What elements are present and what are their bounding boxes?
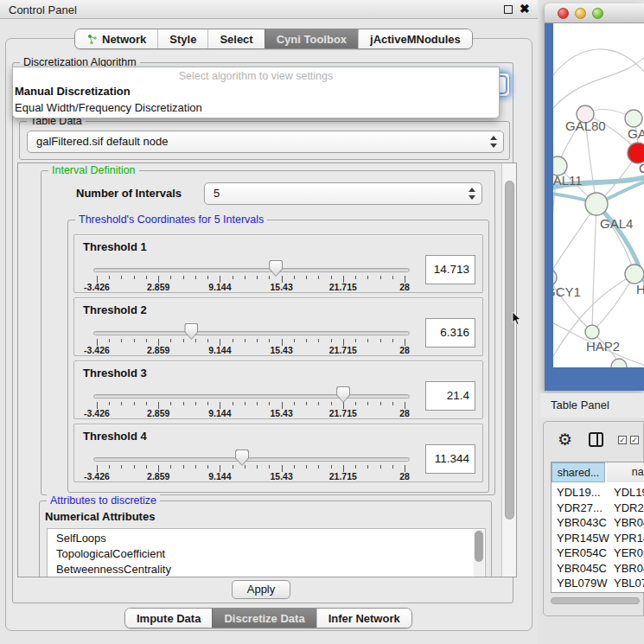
number-of-intervals-label: Number of Intervals (76, 187, 182, 200)
tab-impute-data[interactable]: Impute Data (125, 609, 212, 628)
number-of-intervals-value: 5 (214, 187, 220, 200)
tab-infer-network[interactable]: Infer Network (316, 609, 411, 628)
threshold-value-field[interactable]: 11.344 (425, 444, 475, 474)
settings-vertical-scrollbar[interactable] (501, 163, 516, 577)
tick-mark (121, 339, 122, 342)
table-cell[interactable]: YER054C (557, 546, 607, 559)
table-cell[interactable]: YBR04 (614, 562, 644, 575)
attributes-list-scrollbar[interactable] (474, 530, 484, 577)
threshold-slider-track[interactable] (93, 457, 410, 462)
threshold-slider-track[interactable] (93, 331, 410, 335)
numerical-attributes-list[interactable]: SelfLoopsTopologicalCoefficientBetweenne… (47, 528, 486, 577)
attributes-list-scrollbar-thumb[interactable] (475, 531, 483, 562)
threshold-slider-thumb[interactable] (336, 386, 350, 403)
network-node-gcy1[interactable] (553, 269, 557, 286)
table-cell[interactable]: YDL19... (557, 486, 601, 499)
threshold-slider-track[interactable] (93, 394, 410, 399)
tick-label: -3.426 (84, 471, 110, 481)
tick-mark (392, 402, 393, 405)
table-cell[interactable]: YPR145W (557, 532, 609, 545)
table-cell[interactable]: YBR045C (557, 562, 607, 575)
attribute-list-item[interactable]: SelfLoops (56, 532, 106, 545)
node-attribute-table[interactable]: shared...nameYDL19...YDL19YDR27...YDR27Y… (551, 462, 644, 593)
table-cell[interactable]: YBR04 (614, 516, 644, 529)
checkbox-icon[interactable]: ✓ (618, 436, 627, 444)
table-cell[interactable]: YLR34 (614, 592, 644, 594)
threshold-slider-thumb[interactable] (235, 450, 249, 466)
node-label: HAP2 (586, 339, 620, 354)
table-cell[interactable]: YDL19 (614, 486, 644, 499)
network-node-hap2[interactable] (585, 325, 599, 339)
group-title-interval-definition: Interval Definition (48, 164, 139, 176)
tab-select[interactable]: Select (207, 29, 264, 48)
tick-label: 9.144 (208, 408, 231, 418)
network-edge[interactable] (592, 204, 596, 332)
tick-mark (233, 276, 233, 279)
tick-mark (380, 402, 381, 405)
network-node[interactable] (611, 359, 627, 367)
tick-mark (331, 402, 332, 405)
table-data-combobox[interactable]: galFiltered.sif default node (27, 131, 504, 153)
number-of-intervals-combobox[interactable]: 5 (204, 182, 482, 205)
network-edge[interactable] (592, 274, 634, 332)
close-icon[interactable]: ✖ (520, 2, 530, 16)
tab-jactivemnodules[interactable]: jActiveMNodules (358, 29, 472, 48)
tab-discretize-data[interactable]: Discretize Data (212, 609, 316, 628)
tick-mark (109, 465, 110, 469)
table-cell[interactable]: YDR27... (557, 501, 603, 514)
popup-item-2[interactable]: Equal Width/Frequency Discretization (15, 101, 202, 114)
float-window-icon[interactable] (504, 5, 513, 14)
tick-mark (195, 465, 196, 469)
network-node-ga[interactable] (625, 110, 642, 127)
threshold-value-field[interactable]: 21.4 (425, 381, 475, 411)
table-cell[interactable]: YLR345W (557, 592, 608, 594)
threshold-value-field[interactable]: 6.316 (425, 318, 475, 348)
table-horizontal-scrollbar[interactable] (551, 597, 640, 604)
attribute-list-item[interactable]: BetweennessCentrality (56, 563, 171, 576)
zoom-traffic-light-icon[interactable] (592, 8, 603, 19)
network-node-gal4[interactable] (585, 193, 608, 215)
threshold-slider-track[interactable] (93, 268, 410, 272)
threshold-slider-thumb[interactable] (184, 323, 198, 340)
network-edge[interactable] (553, 204, 596, 277)
tick-mark (207, 402, 208, 405)
tick-mark (257, 402, 258, 405)
table-cell[interactable]: YDR27 (614, 501, 644, 514)
table-cell[interactable]: YBL07 (614, 577, 644, 590)
network-canvas[interactable]: GAL80GACGAL11GAL4GCY1HHAP2 (553, 23, 644, 367)
network-edge[interactable] (553, 56, 644, 110)
tick-label: -3.426 (84, 408, 110, 418)
table-cell[interactable]: YBL079W (557, 577, 608, 590)
table-panel-toolbar: ⚙ ✓ ✓ (544, 425, 644, 458)
column-header-name[interactable]: name (607, 462, 644, 482)
tick-mark (183, 402, 184, 405)
network-node-h[interactable] (625, 265, 644, 284)
table-cell[interactable]: YBR043C (557, 516, 607, 529)
tab-cyni-toolbox[interactable]: Cyni Toolbox (265, 29, 358, 48)
tab-network[interactable]: Network (75, 29, 157, 48)
tick-label: 2.859 (147, 408, 169, 418)
network-edge[interactable] (596, 204, 634, 274)
tab-style[interactable]: Style (157, 29, 207, 48)
tick-mark (109, 339, 110, 342)
gear-icon[interactable]: ⚙ (558, 430, 572, 450)
combobox-stepper-icon (468, 188, 475, 200)
network-view-focus-border: GAL80GACGAL11GAL4GCY1HHAP2 (545, 23, 644, 391)
popup-item-1[interactable]: Manual Discretization (15, 85, 131, 98)
table-cell[interactable]: YPR14 (614, 532, 644, 545)
column-header-shared[interactable]: shared... (552, 462, 605, 482)
tick-mark (195, 339, 196, 342)
network-edge[interactable] (553, 49, 644, 77)
settings-scrollbar-thumb[interactable] (505, 181, 514, 520)
threshold-value-field[interactable]: 14.713 (425, 255, 475, 284)
attribute-list-item[interactable]: TopologicalCoefficient (56, 547, 165, 560)
table-cell[interactable]: YER05 (614, 546, 644, 559)
minimize-traffic-light-icon[interactable] (575, 8, 586, 19)
split-columns-icon[interactable] (589, 432, 603, 447)
tick-label: 2.859 (147, 345, 169, 355)
close-traffic-light-icon[interactable] (558, 8, 569, 19)
table-data-group: Table Data galFiltered.sif default node (19, 121, 510, 160)
threshold-slider-thumb[interactable] (269, 260, 283, 277)
checkbox-icon[interactable]: ✓ (630, 436, 639, 444)
apply-button[interactable]: Apply (232, 580, 290, 599)
